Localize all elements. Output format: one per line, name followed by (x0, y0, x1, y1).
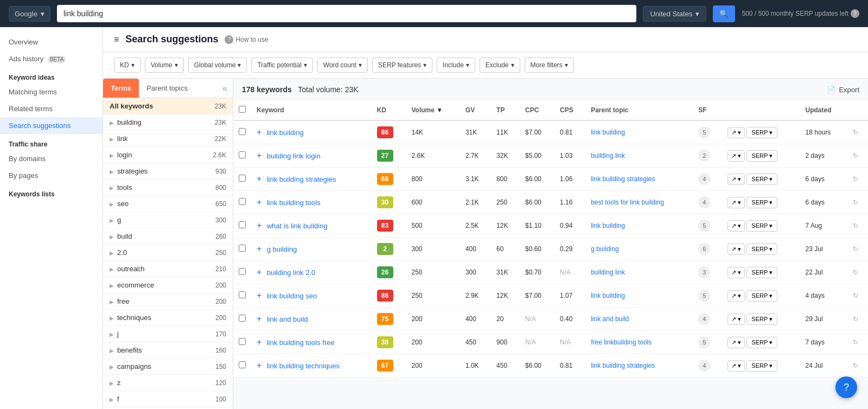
parent-link-3[interactable]: best tools for link building (591, 199, 664, 206)
keyword-link-6[interactable]: building link 2.0 (267, 269, 316, 277)
how-to-use-link[interactable]: ? How to use (225, 35, 268, 44)
serp-btn-0[interactable]: SERP ▾ (746, 127, 777, 138)
search-button[interactable]: 🔍 (713, 5, 735, 22)
row-checkbox-4[interactable] (233, 214, 251, 238)
trend-btn-8[interactable]: ↗ ▾ (727, 314, 745, 325)
parent-link-1[interactable]: building link (591, 152, 625, 159)
row-refresh-2[interactable]: ↻ (847, 168, 868, 191)
filter-serp-features[interactable]: SERP features ▾ (372, 57, 432, 73)
trend-btn-1[interactable]: ↗ ▾ (727, 150, 745, 162)
select-all-checkbox[interactable] (239, 106, 246, 113)
add-keyword-2[interactable]: + (257, 174, 261, 183)
serp-btn-5[interactable]: SERP ▾ (746, 244, 777, 255)
keyword-link-4[interactable]: what is link building (267, 222, 328, 230)
kw-item-login[interactable]: ▶login 2.6K (103, 147, 233, 163)
filter-more[interactable]: More filters ▾ (525, 57, 574, 73)
kw-item-techniques[interactable]: ▶techniques 200 (103, 310, 233, 326)
trend-btn-6[interactable]: ↗ ▾ (727, 267, 745, 278)
serp-btn-8[interactable]: SERP ▾ (746, 314, 777, 325)
col-tp[interactable]: TP (491, 100, 520, 120)
trend-btn-10[interactable]: ↗ ▾ (727, 360, 745, 372)
kw-item-j[interactable]: ▶j 170 (103, 326, 233, 342)
row-checkbox-8[interactable] (233, 308, 251, 331)
row-checkbox-10[interactable] (233, 354, 251, 378)
help-fab[interactable]: ? (835, 376, 857, 398)
country-selector[interactable]: United States ▾ (643, 6, 706, 22)
col-cpc[interactable]: CPC (520, 100, 554, 120)
keyword-link-0[interactable]: link building (267, 129, 304, 137)
keyword-link-8[interactable]: link and build (267, 315, 308, 323)
keyword-link-2[interactable]: link building strategies (267, 175, 336, 183)
row-checkbox-2[interactable] (233, 168, 251, 191)
keyword-link-1[interactable]: building link login (267, 152, 321, 160)
sidebar-item-by-pages[interactable]: By pages (0, 167, 103, 184)
parent-link-6[interactable]: building link (591, 269, 625, 276)
serp-btn-4[interactable]: SERP ▾ (746, 220, 777, 232)
trend-btn-2[interactable]: ↗ ▾ (727, 174, 745, 185)
kw-item-ecommerce[interactable]: ▶ecommerce 200 (103, 277, 233, 293)
kw-item-free[interactable]: ▶free 200 (103, 293, 233, 310)
row-refresh-8[interactable]: ↻ (847, 308, 868, 331)
kw-item-tools[interactable]: ▶tools 800 (103, 180, 233, 196)
filter-include[interactable]: Include ▾ (437, 57, 475, 73)
kw-item-outreach[interactable]: ▶outreach 210 (103, 261, 233, 277)
sidebar-item-overview[interactable]: Overview (0, 34, 103, 50)
add-keyword-5[interactable]: + (257, 244, 261, 253)
kw-item-strategies[interactable]: ▶strategies 930 (103, 163, 233, 180)
parent-link-4[interactable]: link building (591, 222, 625, 229)
row-refresh-5[interactable]: ↻ (847, 238, 868, 261)
kw-item-building[interactable]: ▶building 23K (103, 114, 233, 131)
sidebar-item-search-suggestions[interactable]: Search suggestions (0, 117, 103, 134)
row-refresh-9[interactable]: ↻ (847, 331, 868, 354)
parent-link-8[interactable]: link and build (591, 315, 629, 323)
sidebar-item-by-domains[interactable]: By domains (0, 150, 103, 167)
keyword-link-5[interactable]: g building (267, 245, 297, 253)
kw-item-g[interactable]: ▶g 300 (103, 212, 233, 228)
trend-btn-9[interactable]: ↗ ▾ (727, 337, 745, 348)
engine-selector[interactable]: Google ▾ (9, 6, 50, 22)
trend-btn-5[interactable]: ↗ ▾ (727, 244, 745, 255)
kw-item-link[interactable]: ▶link 22K (103, 131, 233, 147)
keyword-link-9[interactable]: link building tools free (267, 338, 335, 347)
parent-link-9[interactable]: free linkbuilding tools (591, 338, 652, 346)
kw-item-build[interactable]: ▶build 260 (103, 228, 233, 245)
serp-btn-2[interactable]: SERP ▾ (746, 174, 777, 185)
serp-btn-1[interactable]: SERP ▾ (746, 150, 777, 162)
trend-btn-4[interactable]: ↗ ▾ (727, 220, 745, 232)
add-keyword-1[interactable]: + (257, 151, 261, 160)
col-gv[interactable]: GV (460, 100, 491, 120)
add-keyword-6[interactable]: + (257, 267, 261, 277)
parent-link-10[interactable]: link building strategies (591, 362, 655, 369)
trend-btn-7[interactable]: ↗ ▾ (727, 290, 745, 302)
filter-volume[interactable]: Volume ▾ (145, 57, 184, 73)
kw-item-seo[interactable]: ▶seo 650 (103, 196, 233, 212)
row-checkbox-9[interactable] (233, 331, 251, 354)
add-keyword-4[interactable]: + (257, 221, 261, 230)
row-checkbox-1[interactable] (233, 144, 251, 168)
row-refresh-1[interactable]: ↻ (847, 144, 868, 168)
kw-item-all[interactable]: All keywords 23K (103, 98, 233, 114)
serp-btn-9[interactable]: SERP ▾ (746, 337, 777, 348)
trend-btn-3[interactable]: ↗ ▾ (727, 197, 745, 208)
filter-global-volume[interactable]: Global volume ▾ (188, 57, 247, 73)
parent-link-2[interactable]: link building strategies (591, 175, 655, 183)
sidebar-item-matching-terms[interactable]: Matching terms (0, 84, 103, 100)
filter-traffic-potential[interactable]: Traffic potential ▾ (251, 57, 312, 73)
sidebar-item-ads-history[interactable]: Ads history BETA (0, 50, 103, 67)
col-kd[interactable]: KD (372, 100, 406, 120)
export-button[interactable]: 📄 Export (827, 86, 859, 94)
row-checkbox-0[interactable] (233, 120, 251, 144)
row-refresh-10[interactable]: ↻ (847, 354, 868, 378)
kw-item-benefits[interactable]: ▶benefits 160 (103, 342, 233, 359)
filter-word-count[interactable]: Word count ▾ (317, 57, 368, 73)
kw-item-z[interactable]: ▶z 120 (103, 375, 233, 391)
add-keyword-9[interactable]: + (257, 337, 261, 347)
trend-btn-0[interactable]: ↗ ▾ (727, 127, 745, 138)
col-volume[interactable]: Volume ▼ (406, 100, 460, 120)
kw-item-campaigns[interactable]: ▶campaigns 150 (103, 359, 233, 375)
parent-link-7[interactable]: link building (591, 292, 625, 299)
serp-help-icon[interactable]: ? (851, 9, 859, 18)
select-all-header[interactable] (233, 100, 251, 120)
filter-exclude[interactable]: Exclude ▾ (480, 57, 520, 73)
serp-btn-3[interactable]: SERP ▾ (746, 197, 777, 208)
